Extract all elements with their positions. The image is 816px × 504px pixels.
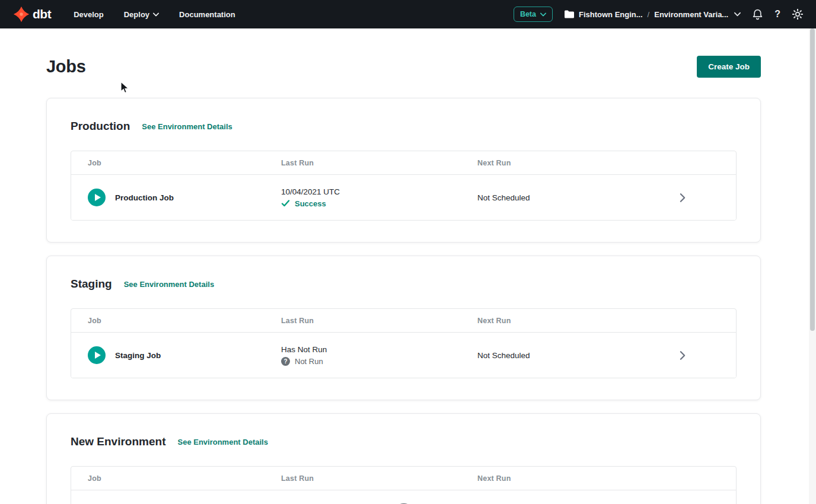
table-body: Production Job 10/04/2021 UTC ? Success … (71, 175, 736, 220)
run-job-play-button[interactable] (88, 346, 106, 364)
last-run-status-label: Success (295, 199, 326, 208)
environment-details-link[interactable]: See Environment Details (177, 438, 267, 446)
check-icon (281, 200, 290, 207)
column-header: Next Run (477, 159, 629, 167)
dbt-logo-icon (13, 6, 30, 23)
column-header: Last Run (281, 159, 477, 167)
job-name[interactable]: Production Job (115, 193, 174, 202)
nav-item-deploy[interactable]: Deploy (124, 10, 159, 19)
empty-state: ? (71, 490, 736, 504)
breadcrumb-project[interactable]: Fishtown Engin... (579, 10, 643, 19)
dbt-logo[interactable]: dbt (13, 6, 51, 23)
column-header: Last Run (281, 474, 477, 483)
scrollbar-track[interactable] (809, 28, 816, 504)
jobs-table: Job Last Run Next Run Staging Job Has No… (71, 308, 737, 378)
help-icon[interactable]: ? (774, 9, 780, 20)
column-header: Last Run (281, 317, 477, 325)
scrollbar-thumb[interactable] (810, 28, 815, 331)
environment-name: Production (71, 120, 130, 133)
chevron-down-icon[interactable] (734, 12, 741, 17)
table-header-row: Job Last Run Next Run (71, 151, 736, 175)
table-body: Staging Job Has Not Run ? Not Run Not Sc… (71, 333, 736, 378)
column-header: Next Run (477, 317, 629, 325)
top-navbar: dbt Develop Deploy Documentation Beta Fi… (0, 0, 816, 28)
page-title: Jobs (46, 57, 86, 76)
job-name[interactable]: Staging Job (115, 351, 161, 360)
jobs-table: Job Last Run Next Run ? (71, 466, 737, 504)
next-run: Not Scheduled (477, 193, 629, 202)
table-header-row: Job Last Run Next Run (71, 467, 736, 490)
main-content: Jobs Create Job Production See Environme… (0, 56, 816, 504)
breadcrumb-separator: / (648, 10, 650, 19)
play-icon (95, 352, 101, 359)
environment-details-link[interactable]: See Environment Details (124, 280, 214, 289)
nav-item-documentation-label: Documentation (179, 10, 235, 19)
nav-item-documentation[interactable]: Documentation (179, 10, 235, 19)
beta-badge[interactable]: Beta (514, 7, 553, 22)
breadcrumb-current[interactable]: Environment Varia... (654, 10, 728, 19)
primary-nav: Develop Deploy Documentation (74, 10, 235, 19)
folder-icon (565, 10, 574, 18)
question-circle-icon: ? (281, 357, 290, 366)
last-run-primary: 10/04/2021 UTC (281, 187, 477, 196)
create-job-button[interactable]: Create Job (697, 56, 761, 78)
last-run-primary: Has Not Run (281, 345, 477, 354)
environment-name: New Environment (71, 435, 165, 448)
last-run-status-label: Not Run (295, 357, 323, 366)
column-header: Next Run (477, 474, 629, 483)
environment-card: Production See Environment Details Job L… (46, 98, 761, 243)
chevron-down-icon (153, 12, 159, 17)
environment-card: Staging See Environment Details Job Last… (46, 256, 761, 400)
environments: Production See Environment Details Job L… (46, 98, 761, 504)
column-header: Job (88, 159, 281, 167)
settings-gear-icon[interactable] (792, 9, 803, 20)
breadcrumb[interactable]: Fishtown Engin... / Environment Varia... (565, 10, 741, 19)
job-row[interactable]: Staging Job Has Not Run ? Not Run Not Sc… (71, 333, 736, 378)
environment-card: New Environment See Environment Details … (46, 413, 761, 504)
column-header: Job (88, 317, 281, 325)
run-job-play-button[interactable] (88, 189, 106, 206)
chevron-down-icon (540, 12, 546, 17)
table-header-row: Job Last Run Next Run (71, 309, 736, 333)
column-header: Job (88, 474, 281, 483)
play-icon (95, 194, 101, 201)
last-run-cell: 10/04/2021 UTC ? Success (281, 187, 477, 208)
nav-item-develop-label: Develop (74, 10, 104, 19)
job-row[interactable]: Production Job 10/04/2021 UTC ? Success … (71, 175, 736, 220)
nav-item-develop[interactable]: Develop (74, 10, 104, 19)
jobs-table: Job Last Run Next Run Production Job 10/… (71, 151, 737, 221)
nav-item-deploy-label: Deploy (124, 10, 149, 19)
notifications-bell-icon[interactable] (753, 9, 763, 20)
last-run-cell: Has Not Run ? Not Run (281, 345, 477, 366)
chevron-right-icon[interactable] (629, 193, 736, 203)
next-run: Not Scheduled (477, 351, 629, 360)
environment-name: Staging (71, 277, 112, 291)
environment-details-link[interactable]: See Environment Details (142, 122, 232, 131)
chevron-right-icon[interactable] (629, 350, 736, 361)
beta-badge-label: Beta (520, 10, 536, 18)
dbt-logo-text: dbt (33, 7, 51, 21)
